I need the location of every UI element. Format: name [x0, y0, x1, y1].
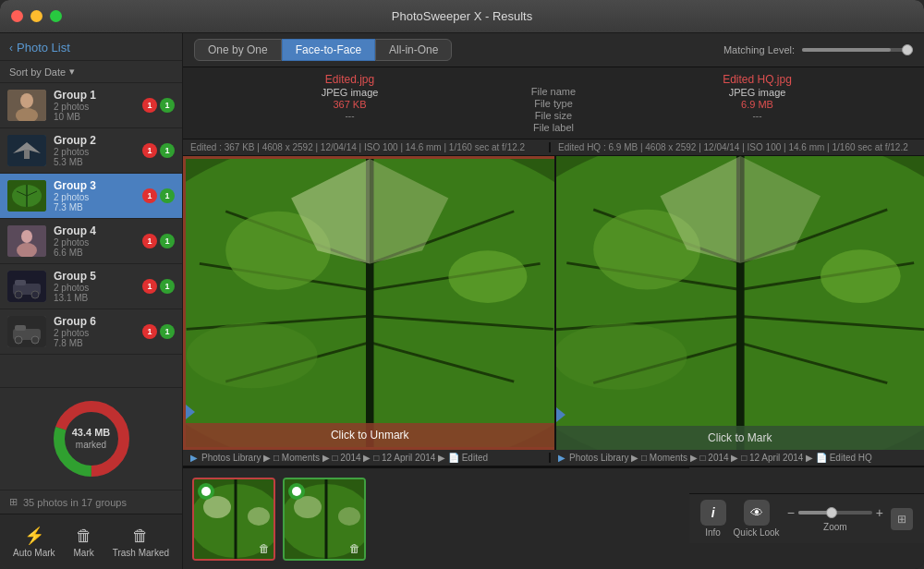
matching-slider[interactable]	[802, 48, 913, 52]
thumb-right-badge	[288, 483, 305, 500]
sidebar-back-label[interactable]: Photo List	[17, 41, 70, 54]
badge-green: 1	[160, 234, 175, 248]
group-info: Group 6 2 photos7.8 MB	[54, 315, 135, 348]
window-title: PhotoSweeper X - Results	[392, 9, 532, 23]
file-size-label: File size	[535, 110, 572, 121]
badge-red: 1	[142, 143, 157, 158]
right-path: ▶ Photos Library ▶ □ Moments ▶ □ 2014 ▶ …	[549, 453, 917, 463]
thumb-right-trash-icon: 🗑	[349, 542, 360, 555]
trash-marked-button[interactable]: 🗑 Trash Marked	[105, 523, 176, 562]
list-item[interactable]: Group 4 2 photos6.6 MB 1 1	[0, 219, 182, 264]
window-controls[interactable]	[11, 10, 62, 22]
unmark-button[interactable]: Click to Unmark	[186, 423, 554, 447]
trash-icon: 🗑	[132, 527, 149, 546]
sidebar-header[interactable]: ‹ Photo List	[0, 33, 182, 61]
badge-green: 1	[160, 98, 175, 113]
group-meta: 2 photos13.1 MB	[54, 283, 135, 303]
back-arrow-icon: ‹	[9, 42, 13, 54]
group-thumbnail	[7, 180, 46, 212]
group-meta: 2 photos10 MB	[54, 102, 135, 122]
svg-point-18	[31, 291, 39, 298]
minimize-button[interactable]	[30, 10, 43, 22]
zoom-control: − + Zoom	[787, 505, 883, 532]
list-item[interactable]: Group 3 2 photos7.3 MB 1 1	[0, 174, 182, 219]
tabs-group: One by One Face-to-Face All-in-One	[194, 39, 452, 61]
group-info: Group 5 2 photos13.1 MB	[54, 270, 135, 303]
badge-red: 1	[142, 234, 157, 248]
left-image-pane[interactable]: Click to Unmark	[183, 156, 554, 450]
main-layout: ‹ Photo List Sort by Date ▾ Group 1 2 ph	[0, 33, 924, 569]
svg-rect-21	[15, 325, 26, 331]
image-compare: Click to Unmark	[183, 156, 924, 450]
expand-button[interactable]: ⊞	[891, 508, 913, 530]
right-image-pane[interactable]: Click to Mark	[554, 156, 925, 450]
group-badges: 1 1	[142, 98, 175, 113]
trash-label: Trash Marked	[113, 548, 169, 558]
badge-green: 1	[160, 324, 175, 339]
badge-red: 1	[142, 98, 157, 113]
right-file-info: Edited HQ.jpg JPEG image 6.9 MB ---	[600, 73, 915, 133]
group-meta: 2 photos6.6 MB	[54, 237, 135, 258]
group-list: Group 1 2 photos10 MB 1 1	[0, 83, 182, 387]
thumbnail-right[interactable]: 🗑	[283, 478, 366, 561]
right-leaf-image	[556, 156, 925, 450]
group-info: Group 1 2 photos10 MB	[54, 89, 135, 122]
list-item[interactable]: Group 6 2 photos7.8 MB 1 1	[0, 309, 182, 355]
group-thumbnail	[7, 225, 46, 257]
svg-point-23	[31, 336, 39, 344]
quicklook-label: Quick Look	[734, 527, 780, 538]
info-label: Info	[705, 527, 721, 538]
quicklook-button[interactable]: 👁	[744, 500, 770, 526]
group-info: Group 4 2 photos6.6 MB	[54, 224, 135, 258]
mark-button[interactable]: 🗑 Mark	[67, 523, 102, 562]
zoom-plus-icon[interactable]: +	[876, 505, 883, 520]
matching-label: Matching Level:	[723, 44, 795, 55]
info-button[interactable]: i	[700, 500, 726, 526]
chart-label: 43.4 MB marked	[72, 426, 111, 451]
close-button[interactable]	[11, 10, 23, 22]
right-marker-icon	[556, 407, 565, 422]
left-filesize: 367 KB	[333, 99, 366, 110]
sort-bar[interactable]: Sort by Date ▾	[0, 61, 182, 83]
donut-chart: 43.4 MB marked	[50, 397, 133, 480]
mark-icon: 🗑	[76, 527, 92, 546]
chart-sublabel: marked	[72, 440, 111, 452]
zoom-label: Zoom	[823, 522, 847, 532]
left-filelabel: ---	[346, 111, 355, 121]
tab-face-to-face[interactable]: Face-to-Face	[282, 39, 375, 61]
automark-button[interactable]: ⚡ Auto Mark	[6, 522, 63, 562]
matching-level: Matching Level:	[723, 44, 913, 55]
zoom-slider[interactable]	[798, 511, 872, 515]
right-meta: Edited HQ : 6.9 MB | 4608 x 2592 | 12/04…	[549, 142, 917, 152]
tab-all-in-one[interactable]: All-in-One	[375, 39, 452, 61]
mark-button[interactable]: Click to Mark	[556, 426, 925, 450]
group-thumbnail	[7, 90, 46, 121]
maximize-button[interactable]	[50, 10, 62, 22]
left-meta: Edited : 367 KB | 4608 x 2592 | 12/04/14…	[190, 142, 549, 152]
left-leaf-image	[186, 159, 554, 447]
list-item[interactable]: Group 2 2 photos5.3 MB 1 1	[0, 128, 182, 174]
zoom-minus-icon[interactable]: −	[787, 505, 795, 520]
svg-point-57	[820, 249, 900, 303]
expand-icon[interactable]: ⊞	[9, 496, 18, 508]
file-label-label: File label	[533, 122, 574, 133]
list-item[interactable]: Group 1 2 photos10 MB 1 1	[0, 83, 182, 128]
tab-one-by-one[interactable]: One by One	[194, 39, 282, 61]
sidebar-chart: 43.4 MB marked	[0, 387, 182, 490]
list-item[interactable]: Group 5 2 photos13.1 MB 1 1	[0, 264, 182, 309]
svg-point-65	[248, 507, 270, 526]
left-filetype: JPEG image	[322, 87, 379, 98]
badge-red: 1	[142, 188, 157, 203]
right-filetype: JPEG image	[729, 87, 786, 98]
svg-point-12	[21, 230, 32, 243]
group-badges: 1 1	[142, 324, 175, 339]
mark-label: Mark	[74, 548, 94, 558]
file-type-label: File type	[534, 98, 573, 109]
chart-size: 43.4 MB	[72, 426, 111, 439]
right-filelabel: ---	[753, 111, 762, 121]
svg-point-41	[187, 322, 318, 388]
svg-point-70	[338, 507, 360, 526]
sort-dropdown[interactable]: ▾	[69, 66, 75, 78]
file-compare-labels: File name File type File size File label	[507, 73, 600, 133]
thumbnail-left[interactable]: 🗑	[192, 478, 275, 561]
